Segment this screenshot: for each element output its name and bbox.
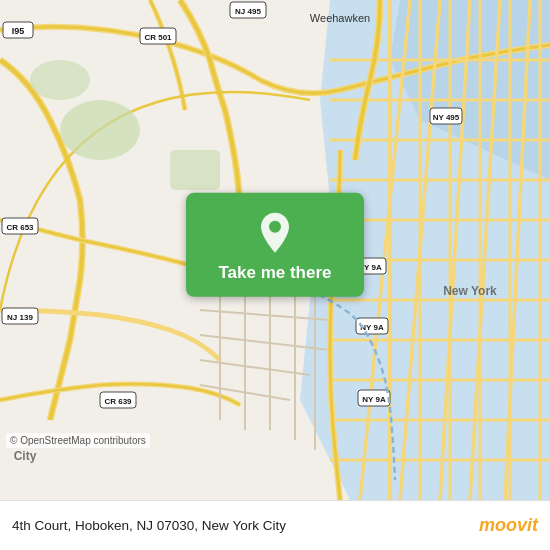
take-me-there-button[interactable]: Take me there	[186, 193, 364, 297]
svg-text:NY 9A: NY 9A	[362, 395, 386, 404]
svg-text:CR 639: CR 639	[104, 397, 132, 406]
map-container: I95 NJ 495 CR 501 CR 653 NJ 139 CR 639 N…	[0, 0, 550, 500]
svg-text:NJ 139: NJ 139	[7, 313, 33, 322]
take-me-there-label: Take me there	[218, 263, 331, 283]
svg-rect-38	[170, 150, 220, 190]
moovit-logo-text: moovit	[479, 515, 538, 536]
svg-point-62	[269, 221, 281, 233]
svg-text:City: City	[14, 449, 37, 463]
svg-point-37	[30, 60, 90, 100]
svg-point-36	[60, 100, 140, 160]
svg-text:New York: New York	[443, 284, 497, 298]
svg-text:CR 653: CR 653	[6, 223, 34, 232]
address-text: 4th Court, Hoboken, NJ 07030, New York C…	[12, 518, 286, 533]
svg-text:NJ 495: NJ 495	[235, 7, 261, 16]
moovit-logo: moovit	[479, 515, 538, 536]
svg-text:CR 501: CR 501	[144, 33, 172, 42]
svg-text:NY 9A: NY 9A	[360, 323, 384, 332]
location-pin-icon	[257, 211, 293, 255]
svg-text:I95: I95	[12, 26, 25, 36]
copyright-text: © OpenStreetMap contributors	[6, 433, 150, 448]
bottom-bar: 4th Court, Hoboken, NJ 07030, New York C…	[0, 500, 550, 550]
svg-text:NY 495: NY 495	[433, 113, 460, 122]
svg-text:Weehawken: Weehawken	[310, 12, 370, 24]
